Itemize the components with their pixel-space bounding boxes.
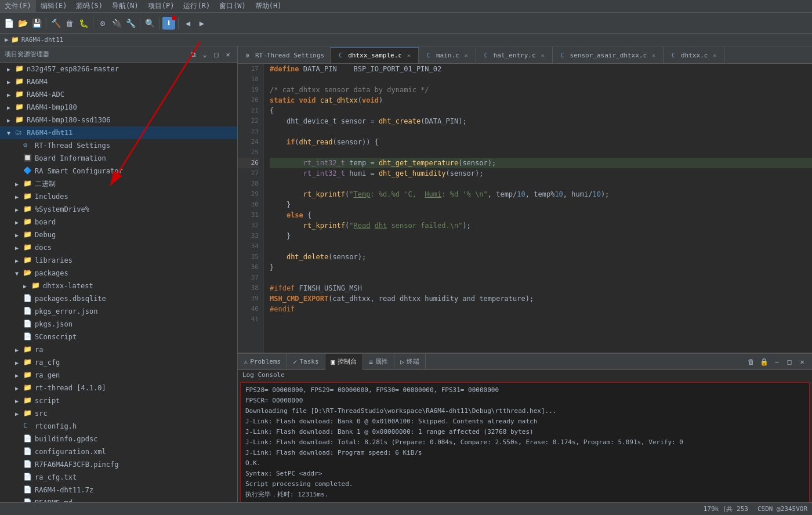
tree-item-RA6M4-dht11[interactable]: ▼ 🗂 RA6M4-dht11 <box>0 126 237 139</box>
tree-item-script[interactable]: ▶ 📁 script <box>0 394 237 407</box>
menu-run[interactable]: 运行(R) <box>179 0 215 12</box>
tab-dhtxx[interactable]: C dhtxx.c ✕ <box>664 47 724 63</box>
download-btn[interactable]: ⬇ <box>162 17 175 30</box>
tree-item-ra[interactable]: ▶ 📁 ra <box>0 343 237 356</box>
save-btn[interactable]: 💾 <box>30 17 43 30</box>
tree-item-dhtxx-latest[interactable]: ▶ 📁 dhtxx-latest <box>0 280 237 292</box>
tab-close-btn[interactable]: ✕ <box>711 52 718 59</box>
menu-window[interactable]: 窗口(W) <box>215 0 251 12</box>
tree-item-libraries[interactable]: ▶ 📁 libraries <box>0 254 237 267</box>
tree-item-ra-cfg-txt[interactable]: 📄 ra_cfg.txt <box>0 471 237 484</box>
log-content[interactable]: FPS28= 00000000, FPS29= 00000000, FPS30=… <box>240 382 810 513</box>
tree-item-RA6M4-bmp180-ssd1306[interactable]: ▶ 📁 RA6M4-bmp180-ssd1306 <box>0 114 237 126</box>
tree-item-rt-thread[interactable]: ▶ 📁 rt-thread [4.1.0] <box>0 382 237 394</box>
line-num: 41 <box>238 314 259 325</box>
tree-arrow <box>15 155 23 162</box>
tree-item-RA6M4[interactable]: ▶ 📁 RA6M4 <box>0 75 237 88</box>
tab-hal-entry[interactable]: C hal_entry.c ✕ <box>476 47 553 63</box>
tab-close-btn[interactable]: ✕ <box>405 52 412 59</box>
log-line: J-Link: Flash download: Bank 0 @ 0x0100A… <box>245 416 804 427</box>
tab-close-btn[interactable]: ✕ <box>463 52 470 59</box>
tab-sensor-asair[interactable]: C sensor_asair_dhtxx.c ✕ <box>553 47 664 63</box>
code-line: } <box>270 231 812 241</box>
tree-label: docs <box>35 244 52 252</box>
minimize-panel-btn[interactable]: − <box>771 357 782 367</box>
tool-btn[interactable]: 🔧 <box>124 17 137 30</box>
tree-item-debug[interactable]: ▶ 📁 Debug <box>0 229 237 241</box>
tab-main[interactable]: C main.c ✕ <box>419 47 476 63</box>
tree-item-pincfg[interactable]: 📄 R7FA6M4AF3CFB.pincfg <box>0 458 237 471</box>
line-num: 17 <box>238 64 259 74</box>
tree-arrow: ▶ <box>7 117 15 124</box>
tree-item-ra-gen[interactable]: ▶ 📁 ra_gen <box>0 369 237 382</box>
tab-label: RT-Thread Settings <box>255 52 324 59</box>
close-panel-btn[interactable]: ✕ <box>797 357 807 367</box>
bottom-tab-tasks[interactable]: ✓ Tasks <box>287 354 325 370</box>
forward-btn[interactable]: ▶ <box>195 17 208 30</box>
bottom-tab-terminal[interactable]: ▷ 终端 <box>394 354 426 370</box>
tree-item-systemdrive[interactable]: ▶ 📁 %SystemDrive% <box>0 203 237 216</box>
tree-item-docs[interactable]: ▶ 📁 docs <box>0 241 237 254</box>
menu-help[interactable]: 帮助(H) <box>251 0 287 12</box>
menu-edit[interactable]: 编辑(E) <box>36 0 72 12</box>
tree-item-RA6M4-ADC[interactable]: ▶ 📁 RA6M4-ADC <box>0 88 237 101</box>
tree-item-configuration[interactable]: 📄 configuration.xml <box>0 445 237 458</box>
tree-item-board[interactable]: ▶ 📁 board <box>0 216 237 229</box>
code-editor[interactable]: 17 18 19 20 21 22 23 24 25 26 27 28 29 3… <box>238 64 812 353</box>
bottom-tab-console[interactable]: ▣ 控制台 <box>325 354 363 370</box>
bottom-tab-problems[interactable]: ⚠ Problems <box>238 354 287 370</box>
tree-item-board-information[interactable]: 🔲 Board Information <box>0 152 237 165</box>
settings-icon: ⚙ <box>23 141 32 150</box>
tree-item-pkgs-error[interactable]: 📄 pkgs_error.json <box>0 305 237 318</box>
code-line: { <box>270 106 812 116</box>
lock-console-btn[interactable]: 🔒 <box>759 357 769 367</box>
clear-console-btn[interactable]: 🗑 <box>746 357 756 367</box>
tree-arrow: ▶ <box>7 79 15 85</box>
tab-close-btn[interactable]: ✕ <box>650 52 657 59</box>
tree-item-n32g457[interactable]: ▶ 📁 n32g457_esp8266-master <box>0 63 237 75</box>
menu-navigate[interactable]: 导航(N) <box>107 0 143 12</box>
search-btn[interactable]: 🔍 <box>143 17 156 30</box>
new-file-btn[interactable]: 📄 <box>2 17 15 30</box>
tree-item-ra6m4-dht11-7z[interactable]: 📄 RA6M4-dht11.7z <box>0 484 237 496</box>
tree-item-src[interactable]: ▶ 📁 src <box>0 407 237 420</box>
sidebar-menu-btn[interactable]: ⌄ <box>200 50 209 59</box>
tree-item-ra-cfg[interactable]: ▶ 📁 ra_cfg <box>0 356 237 369</box>
tree-item-includes[interactable]: ▶ 📁 Includes <box>0 190 237 203</box>
tree-item-buildinfo[interactable]: 📄 buildinfo.gpdsc <box>0 433 237 445</box>
menu-file[interactable]: 文件(F) <box>0 0 36 12</box>
tree-item-pkgs-json[interactable]: 📄 pkgs.json <box>0 318 237 331</box>
tree-item-rtconfig[interactable]: C rtconfig.h <box>0 420 237 433</box>
tree-item-binary[interactable]: ▶ 📁 二进制 <box>0 177 237 190</box>
chip-btn[interactable]: 🔌 <box>110 17 123 30</box>
tree-item-ra-smart-configurator[interactable]: 🔷 RA Smart Configurator <box>0 165 237 177</box>
tab-close-btn[interactable]: ✕ <box>539 52 546 59</box>
sidebar-collapse-btn[interactable]: ⧉ <box>188 50 198 59</box>
folder-icon: 📁 <box>23 243 32 252</box>
sidebar-maximize-btn[interactable]: □ <box>212 50 221 59</box>
bottom-tabs: ⚠ Problems ✓ Tasks ▣ 控制台 ≡ 属性 ▷ 终端 <box>238 354 812 370</box>
bottom-tab-properties[interactable]: ≡ 属性 <box>363 354 394 370</box>
tab-rt-thread-settings[interactable]: ⚙ RT-Thread Settings <box>238 47 331 63</box>
menu-source[interactable]: 源码(S) <box>71 0 107 12</box>
code-content[interactable]: #define DATA_PIN BSP_IO_PORT_01_PIN_02 /… <box>264 64 812 353</box>
settings-btn[interactable]: ⚙ <box>96 17 109 30</box>
debug-btn[interactable]: 🐛 <box>77 17 90 30</box>
maximize-panel-btn[interactable]: □ <box>784 357 795 367</box>
menu-project[interactable]: 项目(P) <box>143 0 179 12</box>
build-btn[interactable]: 🔨 <box>49 17 62 30</box>
tab-dhtxx-sample[interactable]: C dhtxx_sample.c ✕ <box>331 47 419 63</box>
open-btn[interactable]: 📂 <box>16 17 29 30</box>
sidebar-close-btn[interactable]: ✕ <box>223 50 233 59</box>
clean-btn[interactable]: 🗑 <box>63 17 76 30</box>
back-btn[interactable]: ◀ <box>182 17 194 30</box>
log-line: Script processing completed. <box>245 479 804 489</box>
tree-item-sconscript[interactable]: 📄 SConscript <box>0 331 237 343</box>
breadcrumb: ▶ 📁 RA6M4-dht11 <box>0 34 812 46</box>
tree-item-RA6M4-bmp180[interactable]: ▶ 📁 RA6M4-bmp180 <box>0 101 237 114</box>
tree-item-rt-thread-settings[interactable]: ⚙ RT-Thread Settings <box>0 139 237 152</box>
breadcrumb-project[interactable]: RA6M4-dht11 <box>21 36 64 43</box>
tree-item-packages[interactable]: ▼ 📂 packages <box>0 267 237 280</box>
tree-item-packages-dbsqlite[interactable]: 📄 packages.dbsqlite <box>0 292 237 305</box>
line-num: 37 <box>238 273 259 283</box>
